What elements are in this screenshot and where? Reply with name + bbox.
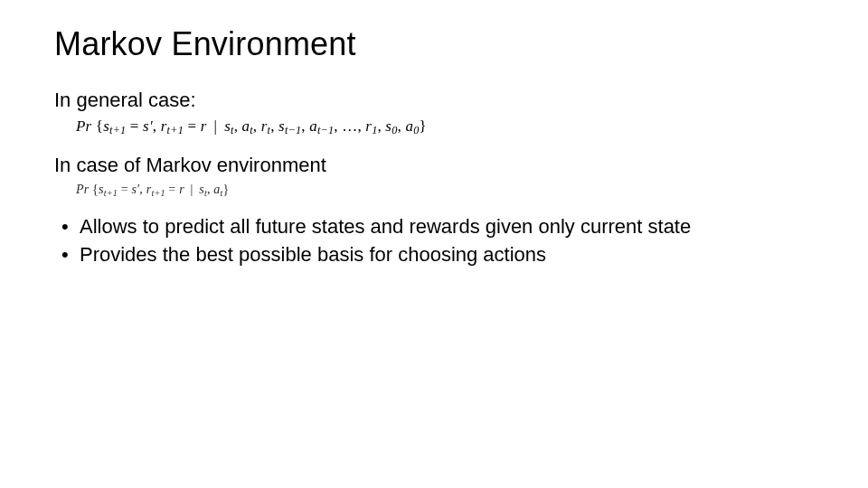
formula-markov: Pr {st+1 = s′, rt+1 = r | st, at}: [76, 183, 814, 198]
intro-general-case: In general case:: [54, 89, 814, 112]
slide: Markov Environment In general case: Pr {…: [0, 0, 868, 488]
bullet-item: Provides the best possible basis for cho…: [54, 242, 814, 267]
slide-title: Markov Environment: [54, 25, 814, 63]
intro-markov-case: In case of Markov environment: [54, 154, 814, 177]
bullet-item: Allows to predict all future states and …: [54, 214, 814, 239]
bullet-list: Allows to predict all future states and …: [54, 214, 814, 267]
formula-general: Pr {st+1 = s′, rt+1 = r | st, at, rt, st…: [76, 117, 814, 137]
